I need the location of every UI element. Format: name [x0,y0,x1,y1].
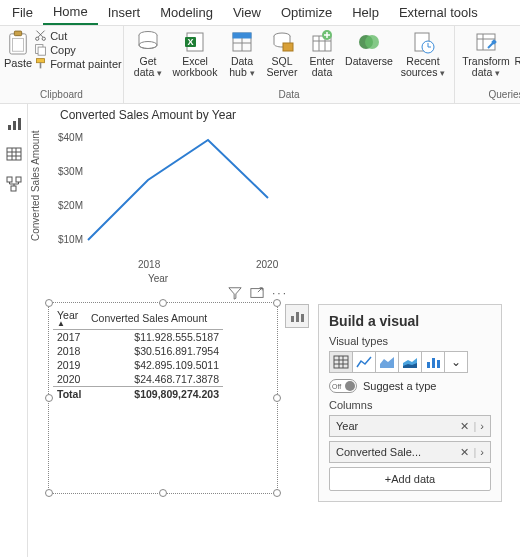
tab-help[interactable]: Help [342,1,389,24]
data-view-icon[interactable] [6,146,22,162]
svg-point-26 [365,35,379,49]
report-view-icon[interactable] [6,116,22,132]
get-data-button[interactable]: Get data ▾ [128,28,168,79]
table-header-amount[interactable]: Converted Sales Amount [87,307,223,330]
table-icon [333,355,349,369]
ribbon-group-clipboard: Paste Cut Copy Format painter Clipboard [0,26,124,103]
table-visual[interactable]: Year▲ Converted Sales Amount 2017$11.928… [48,302,278,494]
svg-rect-37 [7,148,21,160]
clipboard-paste-icon [7,30,29,56]
transform-data-icon [474,30,498,54]
transform-data-button[interactable]: Transform data ▾ [459,28,513,79]
table-header-year[interactable]: Year▲ [53,307,87,330]
tab-file[interactable]: File [2,1,43,24]
recent-sources-button[interactable]: Recent sources ▾ [396,28,450,79]
copy-button[interactable]: Copy [34,43,122,56]
field-pill-amount[interactable]: Converted Sale... ✕|› [329,441,491,463]
data-hub-button[interactable]: Data hub ▾ [222,28,262,79]
svg-rect-1 [14,31,21,36]
visual-type-stacked-area[interactable] [398,351,422,373]
chevron-down-icon: ⌄ [451,355,461,369]
resize-handle[interactable] [45,394,53,402]
table-row[interactable]: 2019$42.895.109.5011 [53,358,223,372]
visual-type-column[interactable] [421,351,445,373]
svg-rect-35 [13,121,16,130]
ribbon: Paste Cut Copy Format painter Clipboard … [0,26,520,104]
table-total-row: Total$109,809,274.203 [53,387,223,402]
recent-sources-icon [411,30,435,54]
area-chart-icon [379,355,395,369]
visual-type-more[interactable]: ⌄ [444,351,468,373]
tab-optimize[interactable]: Optimize [271,1,342,24]
svg-rect-59 [437,360,440,368]
view-rail [0,104,28,557]
tab-home[interactable]: Home [43,0,98,25]
suggest-type-toggle[interactable]: Off [329,379,357,393]
model-view-icon[interactable] [6,176,22,192]
database-icon [136,30,160,54]
data-table: Year▲ Converted Sales Amount 2017$11.928… [53,307,223,401]
ribbon-group-queries: Transform data ▾ Refresh Queries [455,26,520,103]
columns-label: Columns [329,399,491,411]
svg-rect-2 [13,38,24,51]
tab-view[interactable]: View [223,1,271,24]
tab-modeling[interactable]: Modeling [150,1,223,24]
svg-rect-34 [8,125,11,130]
field-menu-icon[interactable]: › [480,446,484,458]
enter-data-button[interactable]: Enter data [302,28,342,78]
svg-rect-49 [334,356,348,368]
resize-handle[interactable] [273,394,281,402]
svg-rect-46 [291,316,294,322]
svg-rect-15 [233,33,251,38]
chart-title: Converted Sales Amount by Year [28,104,288,124]
visual-type-line[interactable] [352,351,376,373]
resize-handle[interactable] [273,299,281,307]
cut-button[interactable]: Cut [34,29,122,42]
chart-ytick: $20M [58,200,83,211]
resize-handle[interactable] [273,489,281,497]
more-options-icon[interactable]: ··· [272,286,288,300]
paste-button[interactable]: Paste [4,28,32,69]
table-row[interactable]: 2020$24.468.717.3878 [53,372,223,387]
focus-mode-icon[interactable] [250,286,264,300]
pane-title: Build a visual [329,313,491,329]
chart-ytick: $40M [58,132,83,143]
format-painter-button[interactable]: Format painter [34,57,122,70]
chart-ytick: $10M [58,234,83,245]
suggest-type-label: Suggest a type [363,380,436,392]
line-chart-visual[interactable]: Converted Sales Amount by Year Converted… [28,104,288,284]
resize-handle[interactable] [159,299,167,307]
add-data-button[interactable]: +Add data [329,467,491,491]
svg-point-3 [36,37,39,40]
scissors-icon [34,29,47,42]
remove-field-icon[interactable]: ✕ [460,446,469,459]
tab-insert[interactable]: Insert [98,1,151,24]
remove-field-icon[interactable]: ✕ [460,420,469,433]
paintbrush-icon [34,57,47,70]
visual-type-popup-button[interactable] [285,304,309,328]
chart-line-icon [82,132,272,252]
field-menu-icon[interactable]: › [480,420,484,432]
field-pill-year[interactable]: Year ✕|› [329,415,491,437]
refresh-button[interactable]: Refresh [513,28,520,67]
group-label-data: Data [128,89,450,103]
svg-rect-58 [432,358,435,368]
table-row[interactable]: 2018$30.516.891.7954 [53,344,223,358]
resize-handle[interactable] [159,489,167,497]
svg-rect-36 [18,118,21,130]
dataverse-button[interactable]: Dataverse [342,28,396,67]
excel-workbook-button[interactable]: X Excel workbook [168,28,222,78]
column-chart-icon [425,355,441,369]
resize-handle[interactable] [45,299,53,307]
visual-type-table[interactable] [329,351,353,373]
sql-server-button[interactable]: SQL Server [262,28,302,78]
visual-type-area[interactable] [375,351,399,373]
table-row[interactable]: 2017$11.928.555.5187 [53,330,223,345]
tab-external-tools[interactable]: External tools [389,1,488,24]
svg-rect-42 [7,177,12,182]
filter-icon[interactable] [228,286,242,300]
menu-bar: File Home Insert Modeling View Optimize … [0,0,520,26]
ribbon-group-data: Get data ▾ X Excel workbook Data hub ▾ S… [124,26,455,103]
resize-handle[interactable] [45,489,53,497]
report-canvas[interactable]: Converted Sales Amount by Year Converted… [28,104,520,557]
